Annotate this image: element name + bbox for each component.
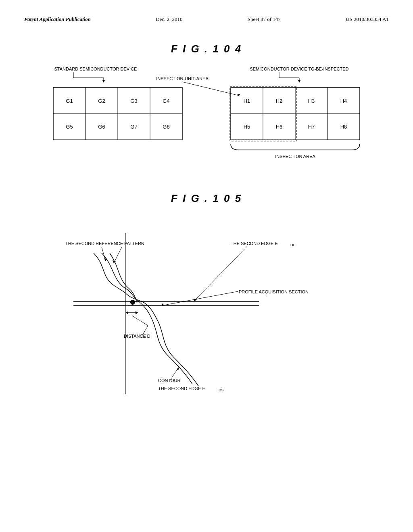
cell-G8: G8	[163, 124, 169, 130]
label-second-edge-di: THE SECOND EDGE E	[231, 241, 278, 246]
label-standard: STANDARD SEMICONDUCTOR DEVICE	[54, 66, 137, 71]
label-second-reference: THE SECOND REFERENCE PATTERN	[65, 241, 144, 246]
label-second-edge-ds: THE SECOND EDGE E	[158, 386, 205, 391]
fig105-diagram: DISTANCE D THE SECOND REFERENCE PATTERN …	[33, 213, 380, 414]
svg-point-24	[130, 300, 135, 305]
cell-H6: H6	[276, 124, 283, 130]
svg-marker-26	[126, 311, 128, 314]
header-publication: Patent Application Publication	[24, 16, 91, 23]
cell-H5: H5	[244, 124, 250, 130]
fig105-section: F I G . 1 0 5	[24, 192, 389, 414]
header-date: Dec. 2, 2010	[156, 16, 182, 23]
svg-line-32	[114, 247, 122, 263]
svg-line-36	[162, 291, 238, 305]
svg-marker-3	[102, 80, 105, 83]
fig104-title: F I G . 1 0 4	[24, 43, 389, 55]
label-second-edge-ds-sub: DS	[219, 388, 224, 392]
cell-G2: G2	[98, 98, 105, 104]
svg-line-4	[182, 82, 239, 96]
cell-G4: G4	[163, 98, 169, 104]
svg-marker-39	[177, 367, 179, 370]
cell-H1: H1	[244, 98, 250, 104]
cell-G6: G6	[98, 124, 105, 130]
cell-G5: G5	[66, 124, 73, 130]
cell-H7: H7	[308, 124, 315, 130]
label-inspection-area: INSPECTION AREA	[275, 154, 315, 159]
svg-line-29	[132, 316, 148, 326]
page-header: Patent Application Publication Dec. 2, 2…	[24, 16, 389, 23]
svg-marker-27	[136, 311, 138, 314]
label-second-edge-di-sub: DI	[290, 243, 294, 247]
cell-G7: G7	[130, 124, 137, 130]
cell-H4: H4	[340, 98, 347, 104]
label-inspected: SEMICONDUCTOR DEVICE TO-BE-INSPECTED	[250, 66, 348, 71]
header-sheet: Sheet 87 of 147	[248, 16, 281, 23]
svg-marker-37	[162, 303, 165, 306]
header-patent: US 2010/303334 A1	[346, 16, 389, 23]
fig104-section: F I G . 1 0 4 STANDARD SEMICONDUCTOR DEV…	[24, 43, 389, 184]
cell-G3: G3	[130, 98, 137, 104]
cell-H2: H2	[276, 98, 283, 104]
svg-marker-9	[298, 80, 300, 83]
label-inspection-unit: INSPECTION-UNIT-AREA	[156, 76, 209, 81]
fig105-title: F I G . 1 0 5	[24, 192, 389, 205]
cell-G1: G1	[66, 98, 73, 104]
fig104-annotations: STANDARD SEMICONDUCTOR DEVICE INSPECTION…	[33, 63, 380, 184]
cell-H3: H3	[308, 98, 315, 104]
label-profile: PROFILE ACQUISITION SECTION	[239, 289, 309, 294]
cell-H8: H8	[340, 124, 347, 130]
label-contour: CONTOUR	[158, 378, 180, 383]
label-distance: DISTANCE D	[124, 334, 150, 339]
